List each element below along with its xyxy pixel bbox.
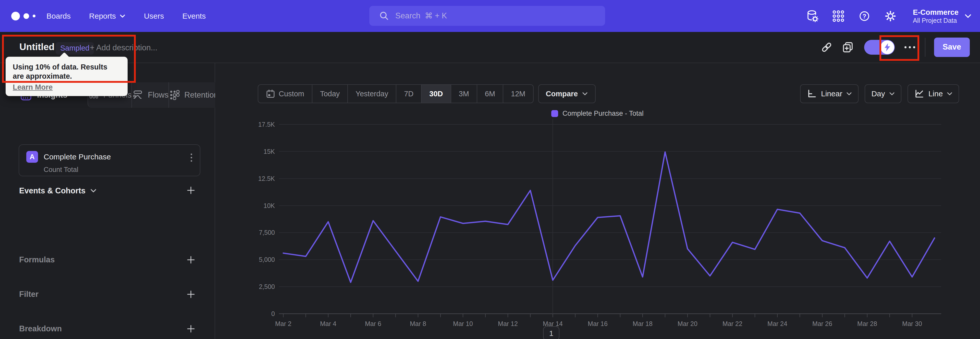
date-range-controls: Custom Today Yesterday 7D 30D 3M 6M 12M …: [258, 84, 596, 103]
event-name[interactable]: Complete Purchase: [44, 152, 111, 161]
settings-gear-icon[interactable]: [883, 9, 897, 23]
range-yesterday[interactable]: Yesterday: [347, 85, 396, 103]
search-icon: [379, 11, 389, 21]
svg-text:2,500: 2,500: [259, 283, 275, 290]
scale-dropdown[interactable]: Linear: [800, 84, 859, 103]
add-description-field[interactable]: + Add description...: [90, 43, 158, 52]
flows-icon: [132, 89, 144, 101]
divider: [925, 38, 925, 57]
report-title[interactable]: Untitled: [19, 42, 55, 52]
svg-text:Mar 6: Mar 6: [365, 320, 381, 327]
svg-text:Mar 16: Mar 16: [588, 320, 608, 327]
learn-more-link[interactable]: Learn More: [13, 83, 52, 91]
svg-text:Mar 12: Mar 12: [498, 320, 518, 327]
sampled-badge[interactable]: Sampled: [56, 42, 94, 55]
calendar-icon: [266, 89, 275, 98]
svg-text:12.5K: 12.5K: [258, 175, 275, 182]
tooltip-text: Using 10% of data. Results are approxima…: [13, 62, 121, 81]
range-30d-selected[interactable]: 30D: [421, 85, 450, 103]
more-options-icon[interactable]: [902, 46, 917, 48]
project-name: E-Commerce: [913, 8, 959, 17]
svg-text:Mar 2: Mar 2: [275, 320, 291, 327]
svg-text:Mar 10: Mar 10: [453, 320, 473, 327]
event-metric[interactable]: Count Total: [44, 166, 78, 174]
nav-item-users[interactable]: Users: [144, 12, 164, 21]
linear-axis-icon: [807, 89, 817, 99]
apps-grid-icon[interactable]: [831, 9, 845, 23]
chevron-down-icon: [846, 92, 852, 96]
formulas-section: Formulas: [0, 255, 215, 265]
tab-retention[interactable]: Retention: [169, 82, 218, 108]
nav-item-events[interactable]: Events: [182, 12, 206, 21]
event-options-icon[interactable]: [189, 152, 193, 163]
sampling-toggle[interactable]: [864, 40, 895, 55]
line-chart-icon: [914, 89, 924, 99]
line-chart: 02,5005,0007,50010K12.5K15K17.5KMar 2Mar…: [215, 109, 980, 339]
data-management-icon[interactable]: [805, 9, 819, 23]
svg-text:10K: 10K: [264, 202, 275, 209]
range-7d[interactable]: 7D: [396, 85, 421, 103]
chart-page-button[interactable]: 1: [543, 326, 559, 339]
svg-text:Mar 8: Mar 8: [410, 320, 426, 327]
chart-type-dropdown[interactable]: Line: [907, 84, 959, 103]
add-breakdown-button[interactable]: [186, 324, 196, 334]
chevron-down-icon: [582, 92, 588, 96]
compare-button[interactable]: Compare: [538, 84, 596, 103]
svg-text:Mar 20: Mar 20: [678, 320, 697, 327]
interval-dropdown[interactable]: Day: [865, 84, 901, 103]
nav-item-reports[interactable]: Reports: [89, 12, 126, 21]
title-bar-actions: Save: [819, 32, 970, 62]
svg-text:5,000: 5,000: [259, 256, 275, 263]
sampling-tooltip: Using 10% of data. Results are approxima…: [6, 57, 127, 96]
svg-text:7,500: 7,500: [259, 229, 275, 236]
project-scope: All Project Data: [913, 17, 959, 24]
nav-item-boards[interactable]: Boards: [46, 12, 71, 21]
chart-view-options: Linear Day Line: [800, 84, 959, 103]
duplicate-add-icon[interactable]: [841, 40, 856, 55]
range-12m[interactable]: 12M: [503, 85, 533, 103]
copy-link-icon[interactable]: [819, 40, 834, 55]
report-title-bar: Untitled Sampled + Add description...: [0, 32, 980, 63]
search-input[interactable]: [395, 11, 594, 21]
top-nav: Boards Reports Users Events: [0, 0, 980, 32]
range-3m[interactable]: 3M: [451, 85, 477, 103]
chevron-down-icon: [119, 14, 126, 18]
tab-flows[interactable]: Flows: [132, 82, 169, 108]
filter-section: Filter: [0, 290, 215, 300]
svg-text:Mar 18: Mar 18: [633, 320, 652, 327]
svg-text:Mar 22: Mar 22: [722, 320, 742, 327]
app-window: Boards Reports Users Events: [0, 0, 980, 339]
add-filter-button[interactable]: [186, 289, 196, 299]
add-formula-button[interactable]: [186, 255, 196, 265]
mixpanel-logo-icon[interactable]: [11, 12, 39, 21]
range-6m[interactable]: 6M: [477, 85, 503, 103]
svg-text:Mar 24: Mar 24: [767, 320, 788, 327]
chevron-down-icon: [947, 92, 953, 96]
project-selector[interactable]: E-Commerce All Project Data: [913, 8, 972, 24]
svg-text:Mar 4: Mar 4: [320, 320, 336, 327]
chevron-down-icon: [889, 92, 895, 96]
svg-text:15K: 15K: [264, 148, 275, 155]
save-button[interactable]: Save: [934, 38, 970, 57]
svg-text:Mar 30: Mar 30: [902, 320, 922, 327]
query-builder-sidebar: Insights Funnels: [0, 63, 215, 339]
date-range-segmented-control: Custom Today Yesterday 7D 30D 3M 6M 12M: [258, 84, 534, 103]
nav-right-cluster: ? E-Commerce All Project Data: [805, 0, 972, 32]
breakdown-section: Breakdown: [0, 324, 215, 334]
svg-text:?: ?: [862, 13, 866, 20]
toggle-knob: [880, 40, 894, 54]
range-today[interactable]: Today: [312, 85, 347, 103]
chart-panel: Custom Today Yesterday 7D 30D 3M 6M 12M …: [215, 63, 980, 339]
series-letter-badge: A: [26, 151, 38, 163]
chevron-down-icon: [964, 14, 972, 19]
help-icon[interactable]: ?: [857, 9, 872, 23]
svg-text:Mar 26: Mar 26: [812, 320, 832, 327]
retention-grid-icon: [169, 90, 180, 101]
lightning-icon: [883, 43, 891, 51]
event-card-complete-purchase[interactable]: A Complete Purchase Count Total: [19, 144, 200, 176]
svg-text:0: 0: [271, 310, 275, 317]
search-bar[interactable]: [369, 6, 605, 26]
range-custom[interactable]: Custom: [258, 85, 312, 103]
primary-nav: Boards Reports Users Events: [46, 12, 206, 21]
svg-text:17.5K: 17.5K: [258, 121, 275, 128]
